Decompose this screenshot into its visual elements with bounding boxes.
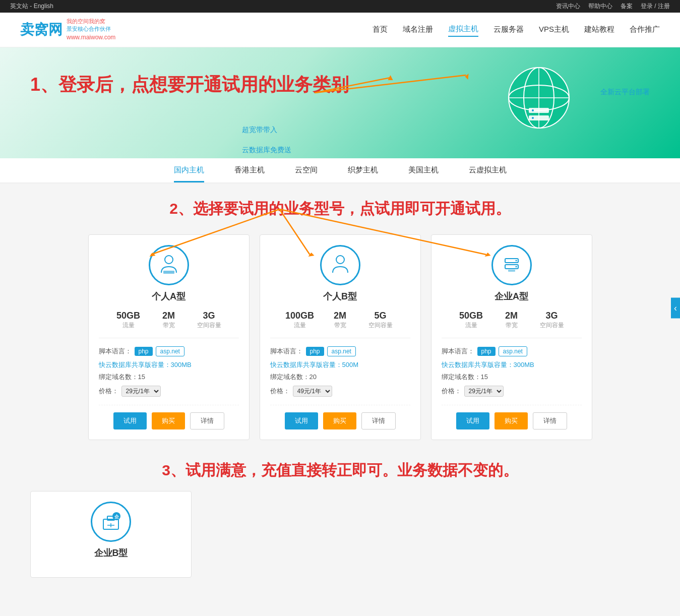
product-cards-row: 个人A型 50GB 流量 2M 带宽 3G 空间容量: [30, 234, 650, 440]
tab-hongkong[interactable]: 香港主机: [234, 165, 265, 182]
banner-label-db: 云数据库免费送: [242, 146, 291, 155]
logo-tagline2: 景安核心合作伙伴: [67, 25, 115, 33]
nav-tutorial[interactable]: 建站教程: [584, 23, 614, 36]
lang-row-ea: 脚本语言： php asp.net: [442, 346, 582, 356]
card-personal-b-title: 个人B型: [270, 290, 410, 302]
spec-space-ea: 3G 空间容量: [534, 311, 570, 330]
person-server-icon: [156, 253, 181, 278]
logo-tagline1: 我的空间我的窝: [67, 18, 115, 25]
top-bar: 英文站 - English 资讯中心 帮助中心 备案 登录 / 注册: [0, 0, 680, 13]
step2-section: 2、选择要试用的业务型号，点试用即可开通试用。: [0, 183, 680, 455]
spec-traffic-b: 100GB 流量: [282, 311, 318, 330]
price-row-a: 价格： 29元/1年: [99, 386, 239, 397]
nav-cloud[interactable]: 云服务器: [493, 23, 524, 36]
btn-try-a[interactable]: 试用: [113, 412, 147, 429]
lang-asp-ea: asp.net: [499, 346, 527, 356]
nav-hosting[interactable]: 虚拟主机: [448, 22, 478, 37]
lang-switch[interactable]: 英文站 - English: [10, 2, 53, 11]
nav-home[interactable]: 首页: [373, 23, 388, 36]
domain-text-b: 绑定域名数：20: [270, 373, 410, 382]
tab-cloud-space[interactable]: 云空间: [295, 165, 318, 182]
db-link-b[interactable]: 快云数据库共享版容量：500M: [270, 360, 410, 369]
svg-marker-11: [388, 75, 393, 80]
nav-affiliate[interactable]: 合作推广: [630, 23, 660, 36]
cards-container: 个人A型 50GB 流量 2M 带宽 3G 空间容量: [30, 234, 650, 440]
btn-detail-b[interactable]: 详情: [361, 412, 396, 429]
tab-usa[interactable]: 美国主机: [408, 165, 439, 182]
price-row-b: 价格： 49元/1年: [270, 386, 410, 397]
price-row-ea: 价格： 29元/1年: [442, 386, 582, 397]
banner-label-broadband: 超宽带带入: [242, 126, 277, 135]
nav-domain[interactable]: 域名注册: [403, 23, 433, 36]
card-personal-a: 个人A型 50GB 流量 2M 带宽 3G 空间容量: [88, 234, 250, 440]
lang-row-b: 脚本语言： php asp.net: [270, 346, 410, 356]
btn-detail-a[interactable]: 详情: [190, 412, 224, 429]
spec-traffic-a: 50GB 流量: [111, 311, 146, 330]
lang-row-a: 脚本语言： php asp.net: [99, 346, 239, 356]
nav-vps[interactable]: VPS主机: [539, 23, 569, 36]
enterprise-b-circle: 企: [91, 502, 131, 542]
svg-point-20: [165, 256, 173, 264]
svg-text:企: 企: [114, 514, 119, 519]
main-nav: 首页 域名注册 虚拟主机 云服务器 VPS主机 建站教程 合作推广: [373, 22, 660, 37]
btn-buy-a[interactable]: 购买: [152, 412, 185, 429]
card-actions-b: 试用 购买 详情: [270, 405, 410, 429]
lang-php-a: php: [135, 347, 153, 356]
lang-label-b: 脚本语言：: [270, 347, 303, 356]
svg-point-26: [515, 266, 517, 267]
svg-point-8: [532, 109, 534, 111]
svg-rect-21: [163, 271, 174, 274]
card-personal-b: 个人B型 100GB 流量 2M 带宽 5G 空间容量: [260, 234, 421, 440]
banner-globe-icon: [499, 57, 579, 138]
link-login[interactable]: 登录 / 注册: [641, 2, 670, 11]
enterprise-b-icon: 企: [98, 509, 123, 534]
link-icp[interactable]: 备案: [621, 2, 633, 11]
step3-section: 3、试用满意，充值直接转正即可。业务数据不变的。 企 企业B型: [0, 455, 680, 593]
card-actions-a: 试用 购买 详情: [99, 405, 239, 429]
step2-title: 2、选择要试用的业务型号，点试用即可开通试用。: [30, 199, 650, 219]
card-enterprise-b-icon: 企: [41, 502, 181, 542]
tab-dedecms[interactable]: 织梦主机: [348, 165, 378, 182]
right-arrow-tab[interactable]: ‹: [671, 298, 680, 319]
btn-try-ea[interactable]: 试用: [456, 412, 489, 429]
tab-cloud-virtual[interactable]: 云虚拟主机: [469, 165, 507, 182]
person-icon-b: [328, 253, 353, 278]
btn-buy-ea[interactable]: 购买: [494, 412, 528, 429]
top-links: 资讯中心 帮助中心 备案 登录 / 注册: [556, 2, 670, 11]
svg-point-9: [532, 117, 534, 119]
price-select-a[interactable]: 29元/1年: [121, 386, 161, 397]
btn-detail-ea[interactable]: 详情: [533, 412, 567, 429]
card-enterprise-b: 企 企业B型: [30, 491, 192, 578]
spec-bandwidth-ea: 2M 带宽: [494, 311, 529, 330]
db-link-a[interactable]: 快云数据库共享版容量：300MB: [99, 360, 239, 369]
domain-text-a: 绑定域名数：15: [99, 373, 239, 382]
price-select-b[interactable]: 49元/1年: [293, 386, 332, 397]
specs-enterprise-a: 50GB 流量 2M 带宽 3G 空间容量: [442, 311, 582, 338]
lang-php-b: php: [306, 347, 324, 356]
db-link-ea[interactable]: 快云数据库共享版容量：300MB: [442, 360, 582, 369]
personal-a-circle: [149, 245, 189, 285]
logo-area: 卖窝网 我的空间我的窝 景安核心合作伙伴 www.maiwow.com: [20, 18, 115, 42]
step3-cards-row: 企 企业B型: [30, 491, 650, 578]
btn-try-b[interactable]: 试用: [285, 412, 318, 429]
svg-marker-13: [465, 74, 469, 80]
lang-php-ea: php: [477, 347, 496, 356]
header: 卖窝网 我的空间我的窝 景安核心合作伙伴 www.maiwow.com 首页 域…: [0, 13, 680, 47]
tab-domestic[interactable]: 国内主机: [174, 165, 204, 182]
spec-traffic-ea: 50GB 流量: [454, 311, 489, 330]
lang-asp-b: asp.net: [327, 346, 356, 356]
card-personal-b-icon: [270, 245, 410, 285]
spec-space-b: 5G 空间容量: [363, 311, 398, 330]
card-personal-a-icon: [99, 245, 239, 285]
link-info[interactable]: 资讯中心: [556, 2, 580, 11]
card-actions-ea: 试用 购买 详情: [442, 405, 582, 429]
card-enterprise-a: 企业A型 50GB 流量 2M 带宽 3G 空间容量: [431, 234, 592, 440]
domain-text-ea: 绑定域名数：15: [442, 373, 582, 382]
svg-rect-27: [508, 270, 515, 272]
server-icon-ea: [499, 253, 524, 278]
price-select-ea[interactable]: 29元/1年: [464, 386, 504, 397]
btn-buy-b[interactable]: 购买: [323, 412, 356, 429]
price-label-a: 价格：: [99, 387, 118, 396]
link-help[interactable]: 帮助中心: [588, 2, 612, 11]
price-label-b: 价格：: [270, 387, 290, 396]
